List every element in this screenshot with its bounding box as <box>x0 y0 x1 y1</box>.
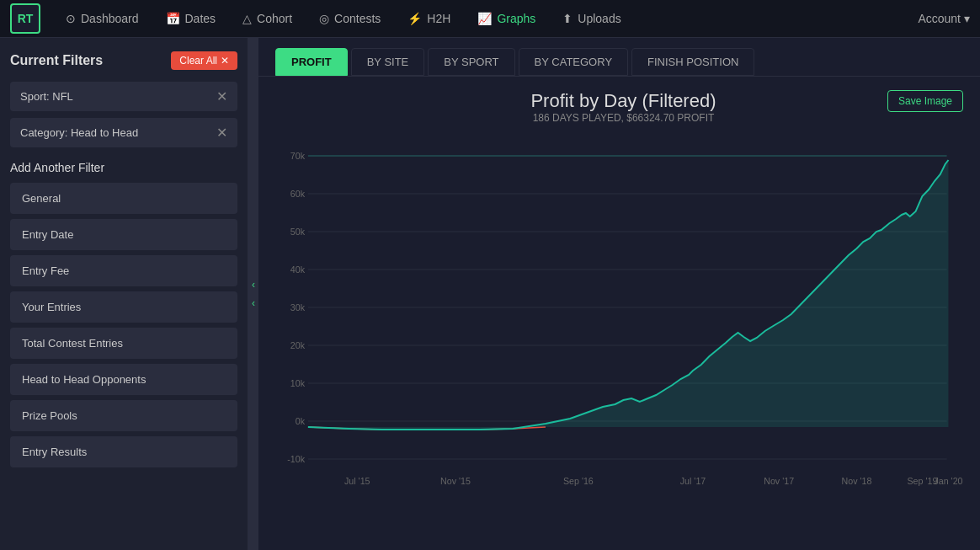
navbar: RT ⊙ Dashboard 📅 Dates △ Cohort ◎ Contes… <box>0 0 980 38</box>
main-content: PROFIT BY SITE BY SPORT BY CATEGORY FINI… <box>258 38 980 550</box>
nav-uploads[interactable]: ⬆ Uploads <box>551 7 632 30</box>
uploads-icon: ⬆ <box>562 12 573 25</box>
nav-uploads-label: Uploads <box>578 12 620 25</box>
nav-dashboard-label: Dashboard <box>81 12 139 25</box>
main-layout: Current Filters Clear All ✕ Sport: NFL ✕… <box>0 38 980 550</box>
filter-entry-date-button[interactable]: Entry Date <box>10 219 237 250</box>
tab-by-sport[interactable]: BY SPORT <box>428 48 514 76</box>
add-filter-title: Add Another Filter <box>10 161 237 174</box>
tabs-bar: PROFIT BY SITE BY SPORT BY CATEGORY FINI… <box>258 38 980 77</box>
svg-text:Jul '17: Jul '17 <box>680 476 706 486</box>
svg-text:Jul '15: Jul '15 <box>344 476 370 486</box>
tab-finish-position[interactable]: FINISH POSITION <box>631 48 754 76</box>
filter-tag-sport: Sport: NFL ✕ <box>10 82 237 111</box>
chart-subtitle: 186 DAYS PLAYED, $66324.70 PROFIT <box>360 112 887 124</box>
nav-items: ⊙ Dashboard 📅 Dates △ Cohort ◎ Contests … <box>54 7 918 30</box>
account-label: Account <box>918 12 961 25</box>
nav-dashboard[interactable]: ⊙ Dashboard <box>54 7 151 30</box>
svg-text:40k: 40k <box>290 264 306 275</box>
h2h-icon: ⚡ <box>407 12 422 25</box>
tab-by-category[interactable]: BY CATEGORY <box>519 48 628 76</box>
chart-header: Profit by Day (Filtered) 186 DAYS PLAYED… <box>275 90 963 134</box>
profit-chart: 70k 60k 50k 40k 30k 20k 10k 0k -10k <box>275 139 963 493</box>
app-logo: RT <box>10 3 40 34</box>
account-menu[interactable]: Account ▾ <box>918 12 970 25</box>
svg-text:0k: 0k <box>296 416 306 426</box>
svg-text:30k: 30k <box>290 302 306 312</box>
chart-title: Profit by Day (Filtered) <box>360 90 887 112</box>
svg-text:Sep '19: Sep '19 <box>907 476 937 486</box>
clear-all-label: Clear All <box>179 55 217 67</box>
filter-entry-results-button[interactable]: Entry Results <box>10 436 237 467</box>
clear-all-x-icon: ✕ <box>221 55 229 67</box>
sidebar: Current Filters Clear All ✕ Sport: NFL ✕… <box>0 38 248 550</box>
filter-tag-category: Category: Head to Head ✕ <box>10 118 237 147</box>
svg-text:Nov '15: Nov '15 <box>440 476 471 486</box>
svg-text:60k: 60k <box>290 189 306 199</box>
nav-h2h[interactable]: ⚡ H2H <box>396 7 462 30</box>
nav-dates-label: Dates <box>185 12 216 25</box>
tab-by-site[interactable]: BY SITE <box>351 48 425 76</box>
contests-icon: ◎ <box>319 12 329 25</box>
svg-text:50k: 50k <box>290 227 306 237</box>
svg-text:Jan '20: Jan '20 <box>934 476 962 486</box>
nav-graphs[interactable]: 📈 Graphs <box>466 7 547 30</box>
svg-text:Nov '18: Nov '18 <box>842 476 872 486</box>
nav-contests-label: Contests <box>334 12 381 25</box>
chart-container: 70k 60k 50k 40k 30k 20k 10k 0k -10k <box>275 139 963 493</box>
dates-icon: 📅 <box>166 12 180 25</box>
graphs-icon: 📈 <box>477 12 492 25</box>
filter-general-button[interactable]: General <box>10 183 237 214</box>
sidebar-title: Current Filters <box>10 53 103 68</box>
collapse-arrow-up-icon: ‹ <box>252 279 255 291</box>
svg-text:70k: 70k <box>290 151 306 161</box>
filter-your-entries-button[interactable]: Your Entries <box>10 291 237 323</box>
filter-h2h-opponents-button[interactable]: Head to Head Opponents <box>10 364 237 395</box>
filter-entry-fee-button[interactable]: Entry Fee <box>10 255 237 286</box>
account-chevron-icon: ▾ <box>964 12 970 25</box>
collapse-arrow-down-icon: ‹ <box>252 297 255 309</box>
filter-tag-category-remove[interactable]: ✕ <box>216 125 227 141</box>
filter-total-contest-entries-button[interactable]: Total Contest Entries <box>10 328 237 359</box>
svg-text:Nov '17: Nov '17 <box>764 476 794 486</box>
sidebar-header: Current Filters Clear All ✕ <box>10 51 237 70</box>
svg-text:10k: 10k <box>290 378 306 388</box>
sidebar-collapse-handle[interactable]: ‹ ‹ <box>248 38 258 550</box>
filter-tag-category-label: Category: Head to Head <box>20 126 138 139</box>
chart-area: Profit by Day (Filtered) 186 DAYS PLAYED… <box>258 77 980 550</box>
nav-h2h-label: H2H <box>427 12 450 25</box>
nav-cohort[interactable]: △ Cohort <box>231 7 304 30</box>
tab-profit[interactable]: PROFIT <box>275 48 348 76</box>
nav-graphs-label: Graphs <box>497 12 535 25</box>
svg-text:20k: 20k <box>290 340 306 350</box>
save-image-button[interactable]: Save Image <box>887 90 963 112</box>
nav-dates[interactable]: 📅 Dates <box>154 7 228 30</box>
cohort-icon: △ <box>242 12 252 25</box>
svg-text:-10k: -10k <box>287 454 305 464</box>
filter-tag-sport-label: Sport: NFL <box>20 90 73 103</box>
svg-marker-19 <box>308 160 949 430</box>
filter-prize-pools-button[interactable]: Prize Pools <box>10 400 237 431</box>
clear-all-button[interactable]: Clear All ✕ <box>171 51 237 70</box>
dashboard-icon: ⊙ <box>66 12 76 25</box>
filter-tag-sport-remove[interactable]: ✕ <box>216 88 227 104</box>
nav-contests[interactable]: ◎ Contests <box>307 7 392 30</box>
svg-text:Sep '16: Sep '16 <box>563 476 594 486</box>
nav-cohort-label: Cohort <box>257 12 292 25</box>
